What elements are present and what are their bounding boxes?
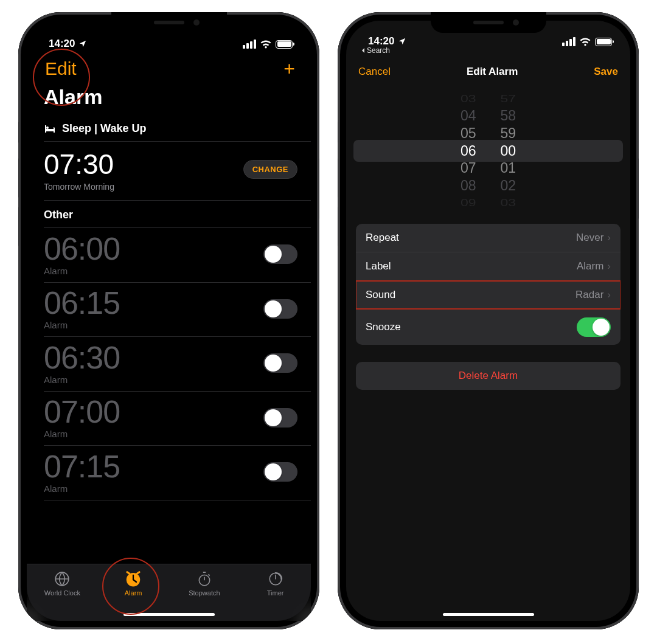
alarm-row[interactable]: 06:00Alarm xyxy=(27,228,311,282)
snooze-row: Snooze xyxy=(356,309,620,345)
sleep-alarm-time: 07:30 xyxy=(44,148,114,181)
alarm-label: Alarm xyxy=(44,429,120,439)
tab-stopwatch[interactable]: Stopwatch xyxy=(169,570,240,597)
alarm-switch[interactable] xyxy=(263,299,297,319)
modal-title: Edit Alarm xyxy=(467,66,518,78)
alarm-switch[interactable] xyxy=(263,408,297,428)
snooze-switch[interactable] xyxy=(577,317,611,337)
repeat-row[interactable]: Repeat Never› xyxy=(356,224,620,252)
cellular-icon xyxy=(562,37,575,46)
chevron-right-icon: › xyxy=(607,289,611,301)
tab-world-clock[interactable]: World Clock xyxy=(27,570,98,597)
alarm-row[interactable]: 07:00Alarm xyxy=(27,391,311,445)
picker-value[interactable]: 09 xyxy=(461,197,476,209)
breadcrumb-back[interactable]: Search xyxy=(346,46,630,55)
change-button[interactable]: CHANGE xyxy=(243,160,297,179)
edit-alarm-screen: 14:20 Search Cancel Edit Alarm Save 0304… xyxy=(346,21,630,621)
picker-value[interactable]: 07 xyxy=(461,159,476,177)
picker-value[interactable]: 03 xyxy=(501,197,516,209)
chevron-right-icon: › xyxy=(607,232,611,244)
device-right: 14:20 Search Cancel Edit Alarm Save 0304… xyxy=(338,12,639,629)
alarm-settings-group: Repeat Never› Label Alarm› Sound Radar› … xyxy=(356,224,620,345)
label-row[interactable]: Label Alarm› xyxy=(356,252,620,280)
tab-timer[interactable]: Timer xyxy=(240,570,311,597)
delete-alarm-button[interactable]: Delete Alarm xyxy=(356,362,620,390)
alarm-list-screen: 14:20 Edit + Alarm Sleep | Wake Up 07:30… xyxy=(27,21,311,621)
picker-value[interactable]: 59 xyxy=(501,125,516,142)
chevron-left-icon xyxy=(361,47,366,54)
add-alarm-button[interactable]: + xyxy=(281,59,297,78)
tab-bar: World Clock Alarm Stopwatch Timer xyxy=(27,564,311,621)
cellular-icon xyxy=(243,40,256,49)
alarm-time: 07:00 xyxy=(44,396,120,428)
alarm-switch[interactable] xyxy=(263,353,297,373)
alarm-icon xyxy=(124,570,142,588)
timer-icon xyxy=(268,571,283,587)
alarm-time: 07:15 xyxy=(44,451,120,482)
alarm-label: Alarm xyxy=(44,483,120,494)
picker-value[interactable]: 05 xyxy=(461,125,476,142)
battery-icon xyxy=(276,40,293,49)
sleep-alarm-subtitle: Tomorrow Morning xyxy=(44,182,114,192)
time-picker[interactable]: 03040506070809 57585900010203 xyxy=(346,90,630,212)
minute-picker[interactable]: 57585900010203 xyxy=(501,90,516,212)
battery-icon xyxy=(595,38,612,46)
alarm-row[interactable]: 07:15Alarm xyxy=(27,446,311,500)
device-left: 14:20 Edit + Alarm Sleep | Wake Up 07:30… xyxy=(18,12,319,629)
alarm-label: Alarm xyxy=(44,320,120,330)
picker-value[interactable]: 02 xyxy=(501,177,516,195)
alarm-list[interactable]: 06:00Alarm06:15Alarm06:30Alarm07:00Alarm… xyxy=(27,228,311,564)
save-button[interactable]: Save xyxy=(594,66,618,78)
delete-group: Delete Alarm xyxy=(356,362,620,390)
sound-row[interactable]: Sound Radar› xyxy=(356,280,620,309)
bed-icon xyxy=(44,124,57,134)
picker-value[interactable]: 57 xyxy=(501,92,516,105)
wifi-icon xyxy=(260,40,272,49)
alarm-switch[interactable] xyxy=(263,244,297,264)
nav-bar: Edit + xyxy=(27,50,311,85)
sleep-alarm-row[interactable]: 07:30 Tomorrow Morning CHANGE xyxy=(27,142,311,200)
alarm-time: 06:30 xyxy=(44,342,120,373)
hour-picker[interactable]: 03040506070809 xyxy=(461,90,476,212)
alarm-row[interactable]: 06:15Alarm xyxy=(27,282,311,336)
stopwatch-icon xyxy=(196,571,212,587)
globe-icon xyxy=(54,571,70,587)
alarm-time: 06:15 xyxy=(44,287,120,319)
home-indicator[interactable] xyxy=(443,613,534,616)
picker-value[interactable]: 01 xyxy=(501,159,516,177)
location-icon xyxy=(398,37,406,46)
status-time: 14:20 xyxy=(49,38,75,50)
other-section-header: Other xyxy=(27,200,311,227)
edit-button[interactable]: Edit xyxy=(40,56,82,81)
wifi-icon xyxy=(579,38,591,46)
home-indicator[interactable] xyxy=(123,613,215,616)
chevron-right-icon: › xyxy=(607,260,611,272)
alarm-row[interactable]: 06:30Alarm xyxy=(27,337,311,391)
cancel-button[interactable]: Cancel xyxy=(358,66,391,78)
picker-value[interactable]: 08 xyxy=(461,177,476,195)
status-time: 14:20 xyxy=(368,35,394,47)
picker-value[interactable]: 06 xyxy=(461,142,476,160)
tab-alarm[interactable]: Alarm xyxy=(98,570,169,597)
alarm-time: 06:00 xyxy=(44,233,120,265)
picker-value[interactable]: 04 xyxy=(461,108,476,125)
alarm-label: Alarm xyxy=(44,266,120,276)
location-icon xyxy=(78,40,87,48)
picker-value[interactable]: 58 xyxy=(501,108,516,125)
picker-value[interactable]: 03 xyxy=(461,92,476,105)
sleep-section-header: Sleep | Wake Up xyxy=(27,114,311,141)
picker-value[interactable]: 00 xyxy=(501,142,516,160)
modal-nav-bar: Cancel Edit Alarm Save xyxy=(346,55,630,84)
alarm-switch[interactable] xyxy=(263,462,297,482)
page-title: Alarm xyxy=(27,85,311,114)
alarm-label: Alarm xyxy=(44,375,120,385)
